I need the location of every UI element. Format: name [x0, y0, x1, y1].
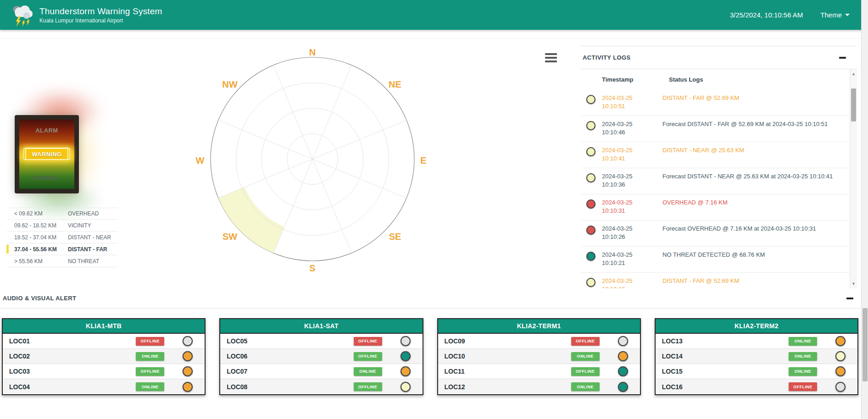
- scroll-down-icon[interactable]: ▼: [850, 280, 857, 287]
- log-date: 2024-03-25: [602, 251, 662, 259]
- location-label: LOC11: [445, 368, 465, 375]
- theme-dropdown[interactable]: Theme: [820, 11, 850, 19]
- status-indicator-light: [183, 351, 193, 361]
- alert-card: KLIA1-MTB LOC01 OFFLINE LOC02 ONLINE LOC…: [2, 318, 206, 395]
- log-time: 10:10:21: [602, 259, 662, 267]
- status-indicator-light: [401, 382, 411, 392]
- logs-scrollbar-thumb[interactable]: [851, 88, 856, 121]
- panel-divider: [0, 38, 868, 39]
- compass-label-e: E: [420, 155, 426, 166]
- location-row: LOC15 ONLINE: [656, 364, 857, 379]
- status-indicator-light: [183, 336, 193, 346]
- location-label: LOC16: [662, 383, 683, 391]
- collapse-audio-visual-button[interactable]: [846, 295, 854, 302]
- log-message: OVERHEAD @ 7.16 KM: [662, 198, 842, 220]
- status-indicator-light: [835, 366, 846, 376]
- status-badge: OFFLINE: [789, 382, 817, 391]
- status-indicator-light: [835, 382, 846, 392]
- level-warning: WARNING: [32, 151, 62, 158]
- status-indicator-light: [835, 336, 846, 346]
- app-subtitle: Kuala Lumpur International Airport: [39, 17, 162, 24]
- alert-card: KLIA1-SAT LOC05 OFFLINE LOC06 OFFLINE LO…: [219, 318, 423, 395]
- location-label: LOC12: [445, 383, 465, 391]
- log-timestamp: 2024-03-25 10:10:41: [602, 146, 662, 168]
- status-indicator-light: [401, 336, 411, 346]
- location-label: LOC05: [227, 337, 247, 345]
- log-row: 2024-03-25 10:10:16 DISTANT - FAR @ 52.6…: [581, 273, 850, 288]
- legend-range: > 55.56 KM: [6, 258, 68, 265]
- status-badge: ONLINE: [354, 367, 382, 376]
- dashboard: Thunderstorm Warning System Kuala Lumpur…: [0, 0, 868, 419]
- log-timestamp: 2024-03-25 10:10:21: [602, 251, 662, 272]
- log-date: 2024-03-25: [602, 120, 662, 128]
- status-indicator-light: [183, 382, 193, 392]
- audio-visual-title: AUDIO & VISUAL ALERT: [0, 295, 76, 302]
- location-row: LOC01 OFFLINE: [3, 334, 205, 349]
- location-row: LOC10 ONLINE: [438, 349, 640, 364]
- log-time: 10:10:41: [602, 154, 662, 163]
- log-timestamp: 2024-03-25 10:10:16: [602, 277, 662, 288]
- logs-scrollbar[interactable]: ▲ ▼: [850, 69, 857, 288]
- compass-label-n: N: [309, 47, 316, 58]
- hamburger-menu-icon[interactable]: [545, 52, 557, 63]
- log-severity-dot: [586, 95, 595, 104]
- legend-label: DISTANT - NEAR: [68, 234, 117, 241]
- status-badge: ONLINE: [571, 352, 600, 361]
- log-row: 2024-03-25 10:10:31 OVERHEAD @ 7.16 KM: [581, 194, 850, 221]
- compass-label-nw: NW: [222, 79, 237, 90]
- status-indicator-light: [618, 351, 628, 361]
- log-message: Forecast DISTANT - FAR @ 52.69 KM at 202…: [662, 120, 842, 142]
- legend-range: 09.62 - 18.52 KM: [6, 222, 68, 229]
- status-indicator-light: [618, 336, 628, 346]
- location-label: LOC15: [662, 368, 683, 375]
- log-row: 2024-03-25 10:10:21 NO THREAT DETECTED @…: [581, 247, 850, 273]
- legend-row: > 55.56 KM NO THREAT: [6, 255, 117, 267]
- location-row: LOC04 ONLINE: [3, 379, 205, 394]
- activity-logs-table: Timestamp Status Logs 2024-03-25 10:10:5…: [581, 69, 850, 288]
- legend-row: 09.62 - 18.52 KM VICINITY: [6, 220, 117, 232]
- threat-legend: < 09.62 KM OVERHEAD 09.62 - 18.52 KM VIC…: [6, 208, 117, 267]
- location-label: LOC04: [9, 383, 30, 391]
- log-time: 10:10:31: [602, 207, 662, 215]
- status-indicator-light: [618, 382, 628, 392]
- alert-card: KLIA2-TERM1 LOC09 OFFLINE LOC10 ONLINE L…: [437, 318, 641, 395]
- active-range-marker: [6, 210, 9, 218]
- legend-row: 37.04 - 55.56 KM DISTANT - FAR: [6, 243, 117, 255]
- log-time: 10:10:46: [602, 128, 662, 137]
- audio-visual-titlebar: AUDIO & VISUAL ALERT: [0, 288, 868, 309]
- timestamp-column-header: Timestamp: [602, 76, 669, 83]
- log-row: 2024-03-25 10:10:36 Forecast DISTANT - N…: [581, 168, 850, 194]
- log-timestamp: 2024-03-25 10:10:36: [602, 172, 662, 194]
- log-severity-dot: [586, 147, 595, 156]
- log-date: 2024-03-25: [602, 277, 662, 285]
- log-timestamp: 2024-03-25 10:10:31: [602, 198, 662, 220]
- location-label: LOC03: [9, 368, 30, 375]
- legend-range: 18.52 - 37.04 KM: [6, 234, 68, 241]
- collapse-logs-button[interactable]: [838, 54, 847, 61]
- log-timestamp: 2024-03-25 10:10:46: [602, 120, 662, 142]
- location-row: LOC08 OFFLINE: [220, 379, 422, 394]
- log-severity-dot: [586, 278, 595, 287]
- log-date: 2024-03-25: [602, 94, 662, 102]
- page-scrollbar-thumb[interactable]: [862, 308, 868, 381]
- compass-label-w: W: [196, 155, 205, 166]
- log-message: DISTANT - FAR @ 52.69 KM: [662, 277, 842, 288]
- page-scrollbar[interactable]: [861, 0, 868, 419]
- alert-card: KLIA2-TERM2 LOC13 ONLINE LOC14 ONLINE LO…: [655, 318, 858, 395]
- log-date: 2024-03-25: [602, 172, 662, 181]
- level-alarm: ALARM: [36, 127, 58, 134]
- status-indicator-light: [401, 366, 411, 376]
- status-column-header: Status Logs: [669, 76, 703, 83]
- minus-icon: [846, 298, 853, 299]
- location-label: LOC06: [227, 353, 247, 360]
- status-badge: OFFLINE: [571, 367, 600, 376]
- storm-cloud-lightning-icon: [11, 4, 33, 26]
- scroll-up-icon[interactable]: ▲: [850, 70, 857, 77]
- location-row: LOC07 ONLINE: [220, 364, 422, 379]
- chevron-down-icon: [845, 14, 850, 16]
- status-badge: ONLINE: [789, 367, 817, 376]
- active-range-marker: [6, 257, 9, 265]
- log-severity-dot: [586, 173, 595, 182]
- location-label: LOC10: [445, 353, 465, 360]
- location-row: LOC06 OFFLINE: [220, 349, 422, 364]
